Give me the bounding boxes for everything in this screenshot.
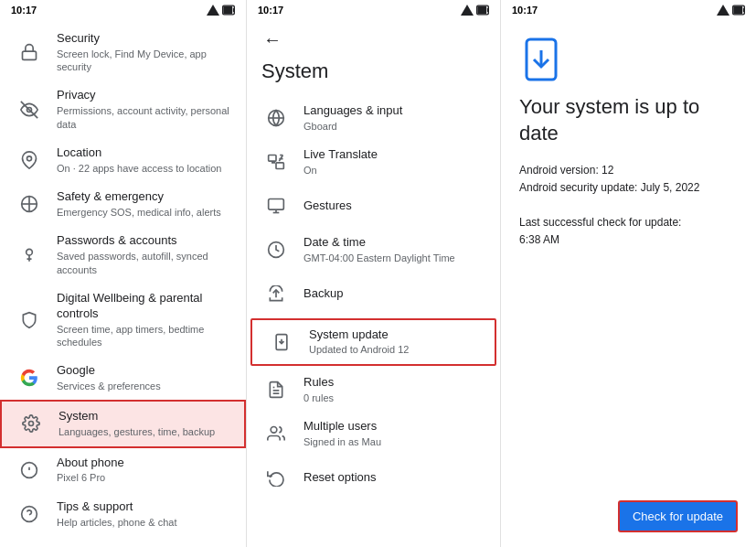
google-icon xyxy=(15,363,44,392)
svg-rect-2 xyxy=(233,8,235,12)
settings-item-datetime[interactable]: Date & time GMT-04:00 Eastern Daylight T… xyxy=(247,228,500,272)
settings-item-gestures[interactable]: Gestures xyxy=(247,184,500,228)
time-right: 10:17 xyxy=(512,5,538,16)
settings-panel-middle: 10:17 ← System Languages & input Gboard xyxy=(247,0,501,547)
svg-rect-21 xyxy=(477,6,486,14)
svg-point-34 xyxy=(271,427,277,434)
privacy-icon xyxy=(15,95,44,124)
system-settings-list: Languages & input Gboard Live Translate … xyxy=(247,92,500,547)
up-to-date-title: Your system is up to date xyxy=(519,94,738,146)
settings-item-safety[interactable]: Safety & emergency Emergency SOS, medica… xyxy=(0,182,246,226)
settings-item-security[interactable]: Security Screen lock, Find My Device, ap… xyxy=(0,24,246,80)
wellbeing-icon xyxy=(15,306,44,335)
settings-item-location[interactable]: Location On · 22 apps have access to loc… xyxy=(0,138,246,182)
languages-subtitle: Gboard xyxy=(303,120,485,133)
live-translate-icon xyxy=(261,147,291,177)
settings-item-tips[interactable]: Tips & support Help articles, phone & ch… xyxy=(0,492,246,536)
location-title: Location xyxy=(57,145,231,161)
system-update-icon xyxy=(267,327,296,357)
svg-point-7 xyxy=(27,156,32,161)
about-title: About phone xyxy=(57,456,231,471)
settings-item-languages[interactable]: Languages & input Gboard xyxy=(247,96,500,140)
svg-rect-24 xyxy=(269,156,276,162)
middle-panel-header: ← xyxy=(247,20,500,56)
security-title: Security xyxy=(57,31,231,47)
status-icons-left xyxy=(207,5,235,16)
system-icon xyxy=(16,409,46,438)
right-content: Your system is up to date Android versio… xyxy=(501,19,756,547)
phone-update-icon xyxy=(519,38,563,81)
svg-marker-18 xyxy=(461,5,474,16)
tips-title: Tips & support xyxy=(57,499,231,515)
settings-item-google[interactable]: Google Services & preferences xyxy=(0,356,246,400)
google-title: Google xyxy=(57,363,231,379)
svg-marker-35 xyxy=(717,5,729,16)
backup-icon xyxy=(261,280,291,309)
live-translate-subtitle: On xyxy=(303,164,485,177)
privacy-title: Privacy xyxy=(57,88,231,103)
languages-icon xyxy=(261,103,291,133)
live-translate-title: Live Translate xyxy=(303,147,485,163)
svg-rect-25 xyxy=(276,163,283,169)
reset-icon xyxy=(261,463,291,492)
rules-subtitle: 0 rules xyxy=(303,391,485,404)
settings-list-left: Security Screen lock, Find My Device, ap… xyxy=(0,20,246,547)
datetime-subtitle: GMT-04:00 Eastern Daylight Time xyxy=(303,252,485,264)
svg-rect-37 xyxy=(743,8,745,12)
security-subtitle: Screen lock, Find My Device, app securit… xyxy=(57,48,231,74)
update-info: Android version: 12 Android security upd… xyxy=(519,162,738,250)
settings-item-passwords[interactable]: Passwords & accounts Saved passwords, au… xyxy=(0,226,246,283)
settings-item-backup[interactable]: Backup xyxy=(247,273,500,316)
passwords-icon xyxy=(15,241,44,270)
about-icon xyxy=(15,456,44,485)
passwords-subtitle: Saved passwords, autofill, synced accoun… xyxy=(57,250,231,276)
google-subtitle: Services & preferences xyxy=(57,380,231,392)
system-subtitle: Languages, gestures, time, backup xyxy=(59,425,229,438)
settings-item-wellbeing[interactable]: Digital Wellbeing & parental controls Sc… xyxy=(0,284,246,356)
users-icon xyxy=(261,419,291,448)
privacy-subtitle: Permissions, account activity, personal … xyxy=(57,104,231,131)
svg-rect-26 xyxy=(269,199,284,210)
languages-title: Languages & input xyxy=(303,103,485,119)
location-subtitle: On · 22 apps have access to location xyxy=(57,162,231,175)
settings-panel-right: 10:17 Your system is up to date Android … xyxy=(501,0,756,547)
system-update-subtitle: Updated to Android 12 xyxy=(309,343,480,356)
check-for-update-button[interactable]: Check for update xyxy=(618,500,738,532)
lock-icon xyxy=(15,38,44,67)
settings-item-system[interactable]: System Languages, gestures, time, backup xyxy=(0,400,246,447)
time-middle: 10:17 xyxy=(258,5,283,16)
settings-item-users[interactable]: Multiple users Signed in as Mau xyxy=(247,412,500,456)
svg-rect-4 xyxy=(23,51,37,59)
backup-title: Backup xyxy=(303,286,485,302)
safety-title: Safety & emergency xyxy=(57,189,231,205)
status-icons-middle xyxy=(461,5,489,16)
users-subtitle: Signed in as Mau xyxy=(303,435,485,448)
settings-item-system-update[interactable]: System update Updated to Android 12 xyxy=(250,318,496,366)
svg-rect-3 xyxy=(223,6,232,14)
safety-icon xyxy=(15,189,44,219)
passwords-title: Passwords & accounts xyxy=(57,233,231,249)
svg-point-12 xyxy=(29,422,34,426)
middle-panel-title: System xyxy=(247,56,500,92)
settings-item-reset[interactable]: Reset options xyxy=(247,456,500,499)
settings-item-about[interactable]: About phone Pixel 6 Pro xyxy=(0,448,246,492)
location-icon xyxy=(15,145,44,175)
status-bar-left: 10:17 xyxy=(0,0,246,20)
rules-icon xyxy=(261,375,291,404)
back-button[interactable]: ← xyxy=(261,29,283,50)
gestures-icon xyxy=(261,191,291,220)
wellbeing-title: Digital Wellbeing & parental controls xyxy=(57,291,231,322)
datetime-title: Date & time xyxy=(303,235,485,251)
settings-item-live-translate[interactable]: Live Translate On xyxy=(247,140,500,184)
time-left: 10:17 xyxy=(11,5,37,16)
wellbeing-subtitle: Screen time, app timers, bedtime schedul… xyxy=(57,323,231,349)
settings-item-rules[interactable]: Rules 0 rules xyxy=(247,368,500,412)
settings-item-privacy[interactable]: Privacy Permissions, account activity, p… xyxy=(0,80,246,137)
gestures-title: Gestures xyxy=(303,198,485,214)
reset-title: Reset options xyxy=(303,470,485,486)
tips-icon xyxy=(15,499,44,529)
system-update-title: System update xyxy=(309,327,480,343)
users-title: Multiple users xyxy=(303,419,485,434)
datetime-icon xyxy=(261,235,291,264)
svg-rect-20 xyxy=(487,8,489,12)
